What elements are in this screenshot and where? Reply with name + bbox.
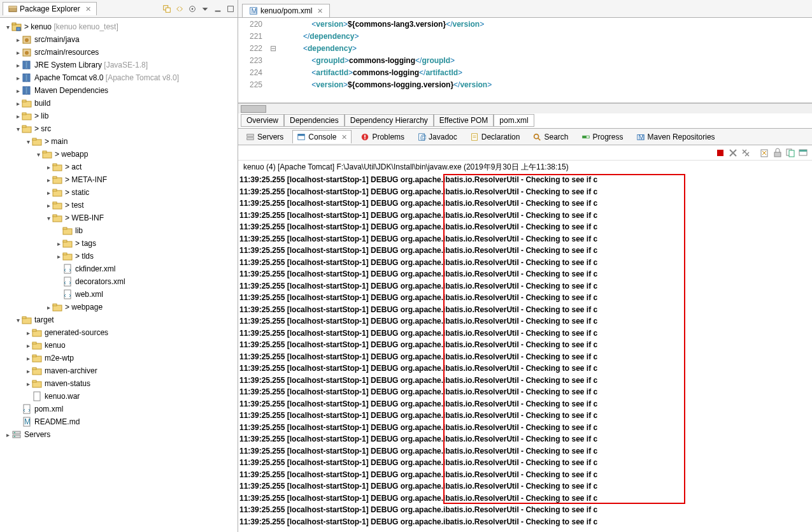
code-line[interactable]: 221 </dependency> bbox=[238, 30, 812, 42]
tree-item[interactable]: ▸maven-archiver bbox=[1, 364, 238, 377]
scroll-lock-icon[interactable] bbox=[773, 148, 783, 158]
tree-item[interactable]: ▸> act bbox=[1, 161, 238, 173]
twisty-icon[interactable]: ▸ bbox=[55, 253, 62, 260]
twisty-icon[interactable]: ▸ bbox=[24, 380, 32, 387]
twisty-icon[interactable]: ▸ bbox=[14, 87, 22, 94]
twisty-icon[interactable]: ▸ bbox=[55, 240, 62, 247]
twisty-icon[interactable]: ▸ bbox=[24, 342, 32, 349]
twisty-icon[interactable]: ▾ bbox=[14, 126, 22, 133]
package-explorer-tree[interactable]: ▾> kenuo [kenuo kenuo_test]▸src/main/jav… bbox=[0, 18, 238, 532]
tree-item[interactable]: ▸src/main/java bbox=[1, 33, 238, 46]
remove-terminated-icon[interactable] bbox=[728, 148, 738, 158]
tree-item[interactable]: ckfinder.xml bbox=[1, 262, 238, 275]
tree-item[interactable]: ▸generated-sources bbox=[1, 326, 238, 339]
view-tab-declaration[interactable]: Declaration bbox=[466, 131, 524, 143]
twisty-icon[interactable]: ▸ bbox=[24, 368, 32, 375]
tree-item[interactable]: ▾> webapp bbox=[1, 148, 238, 161]
twisty-icon[interactable]: ▾ bbox=[34, 151, 42, 158]
pom-tab-pom.xml[interactable]: pom.xml bbox=[494, 114, 534, 127]
pom-tab-dependency-hierarchy[interactable]: Dependency Hierarchy bbox=[345, 114, 434, 127]
twisty-icon[interactable]: ▸ bbox=[4, 431, 11, 438]
code-line[interactable]: 224 <artifactId>commons-logging</artifac… bbox=[238, 66, 812, 78]
tree-item[interactable]: ▸m2e-wtp bbox=[1, 352, 238, 364]
tree-item[interactable]: M↓README.md bbox=[1, 415, 238, 428]
twisty-icon[interactable]: ▸ bbox=[14, 75, 22, 82]
tree-item[interactable]: ▸> META-INF bbox=[1, 173, 238, 186]
minimize-icon[interactable] bbox=[213, 4, 222, 13]
tree-item[interactable]: decorators.xml bbox=[1, 275, 238, 288]
tree-item[interactable]: ▾> WEB-INF bbox=[1, 212, 238, 224]
code-line[interactable]: 222⊟ <dependency> bbox=[238, 42, 812, 54]
tree-item[interactable]: ▸> tlds bbox=[1, 250, 238, 262]
twisty-icon[interactable]: ▾ bbox=[14, 317, 22, 324]
tree-item[interactable]: ▸> lib bbox=[1, 110, 238, 122]
tree-item[interactable]: ▸> test bbox=[1, 199, 238, 212]
tree-item[interactable]: ▸Servers bbox=[1, 428, 238, 441]
close-icon[interactable]: ✕ bbox=[85, 5, 91, 13]
twisty-icon[interactable]: ▸ bbox=[45, 202, 52, 209]
tree-item[interactable]: kenuo.war bbox=[1, 390, 238, 403]
remove-all-terminated-icon[interactable] bbox=[741, 148, 751, 158]
tree-item[interactable]: ▸> static bbox=[1, 186, 238, 199]
twisty-icon[interactable]: ▸ bbox=[45, 189, 52, 196]
tree-item[interactable]: ▾> src bbox=[1, 122, 238, 135]
tree-item[interactable]: ▸> tags bbox=[1, 237, 238, 250]
package-explorer-tab[interactable]: Package Explorer ✕ bbox=[3, 2, 97, 15]
view-tab-progress[interactable]: Progress bbox=[578, 131, 627, 143]
twisty-icon[interactable]: ▸ bbox=[14, 62, 22, 69]
twisty-icon[interactable]: ▸ bbox=[45, 176, 52, 183]
tree-item[interactable]: ▸maven-status bbox=[1, 377, 238, 390]
xml-editor[interactable]: 220 <version>${commons-lang3.version}</v… bbox=[238, 18, 812, 103]
view-menu-icon[interactable] bbox=[201, 4, 210, 13]
view-tab-search[interactable]: Search bbox=[529, 131, 572, 143]
twisty-icon[interactable]: ▾ bbox=[24, 138, 32, 145]
view-tab-problems[interactable]: Problems bbox=[357, 131, 408, 143]
tree-item[interactable]: ▸build bbox=[1, 97, 238, 110]
view-tab-maven-repositories[interactable]: MMaven Repositories bbox=[632, 131, 719, 143]
editor-tab-pom[interactable]: M kenuo/pom.xml ✕ bbox=[242, 4, 330, 17]
tree-item[interactable]: ▾> main bbox=[1, 135, 238, 148]
pin-console-icon[interactable] bbox=[785, 148, 795, 158]
tree-item[interactable]: ▸Apache Tomcat v8.0 [Apache Tomcat v8.0] bbox=[1, 71, 238, 84]
tree-item[interactable]: ▸src/main/resources bbox=[1, 46, 238, 59]
maximize-icon[interactable] bbox=[226, 4, 235, 13]
close-icon[interactable]: ✕ bbox=[341, 133, 347, 141]
focus-icon[interactable] bbox=[188, 4, 197, 13]
tree-item[interactable]: web.xml bbox=[1, 288, 238, 301]
pom-tab-effective-pom[interactable]: Effective POM bbox=[434, 114, 494, 127]
view-tab-javadoc[interactable]: @Javadoc bbox=[413, 131, 461, 143]
tree-item[interactable]: ▾> kenuo [kenuo kenuo_test] bbox=[1, 20, 238, 33]
tree-item[interactable]: ▸> webpage bbox=[1, 301, 238, 313]
tree-item[interactable]: ▾target bbox=[1, 313, 238, 326]
code-line[interactable]: 220 <version>${commons-lang3.version}</v… bbox=[238, 18, 812, 30]
tree-item[interactable]: lib bbox=[1, 224, 238, 237]
clear-console-icon[interactable] bbox=[760, 148, 770, 158]
collapse-all-icon[interactable] bbox=[162, 4, 171, 13]
twisty-icon[interactable]: ▸ bbox=[14, 49, 22, 56]
code-line[interactable]: 225 <version>${commons-logging.version}<… bbox=[238, 78, 812, 90]
twisty-icon[interactable]: ▾ bbox=[4, 24, 11, 31]
twisty-icon[interactable]: ▸ bbox=[14, 100, 22, 107]
tree-item[interactable]: ▸JRE System Library [JavaSE-1.8] bbox=[1, 59, 238, 71]
twisty-icon[interactable]: ▸ bbox=[24, 329, 32, 336]
twisty-icon[interactable]: ▸ bbox=[24, 355, 32, 362]
tree-item[interactable]: ▸Maven Dependencies bbox=[1, 84, 238, 97]
link-editor-icon[interactable] bbox=[175, 4, 184, 13]
pom-tab-overview[interactable]: Overview bbox=[241, 114, 284, 127]
pom-tab-dependencies[interactable]: Dependencies bbox=[284, 114, 345, 127]
editor-horizontal-scrollbar[interactable] bbox=[238, 103, 812, 113]
fold-icon[interactable]: ⊟ bbox=[269, 44, 278, 53]
console-output[interactable]: 11:39:25.255 [localhost-startStop-1] DEB… bbox=[238, 174, 812, 532]
code-line[interactable]: 223 <groupId>commons-logging</groupId> bbox=[238, 54, 812, 66]
twisty-icon[interactable]: ▸ bbox=[14, 113, 22, 120]
view-tab-servers[interactable]: Servers bbox=[242, 131, 287, 143]
twisty-icon[interactable]: ▸ bbox=[45, 164, 52, 171]
twisty-icon[interactable]: ▾ bbox=[45, 215, 52, 222]
twisty-icon[interactable]: ▸ bbox=[45, 304, 52, 311]
tree-item[interactable]: ▸kenuo bbox=[1, 339, 238, 352]
terminate-icon[interactable] bbox=[715, 148, 725, 158]
display-console-icon[interactable] bbox=[798, 148, 808, 158]
view-tab-console[interactable]: Console✕ bbox=[292, 130, 352, 143]
tree-item[interactable]: pom.xml bbox=[1, 403, 238, 415]
close-icon[interactable]: ✕ bbox=[317, 7, 323, 15]
